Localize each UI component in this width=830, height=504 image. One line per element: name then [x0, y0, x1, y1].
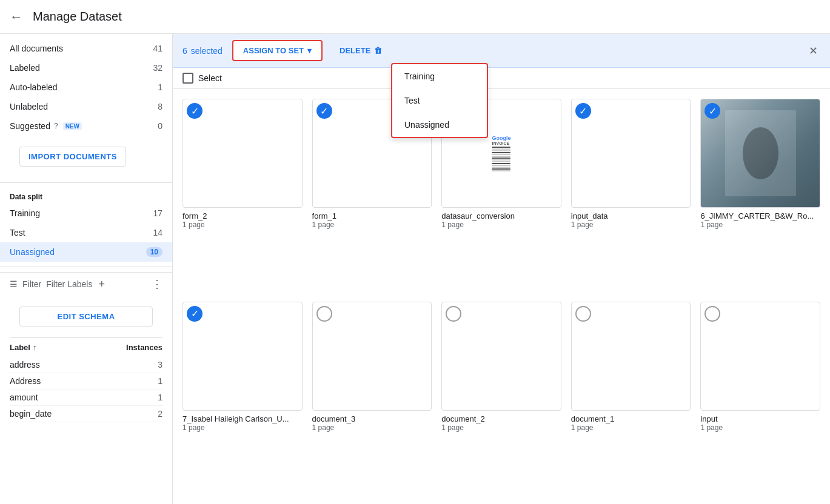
data-split-label: Data split [0, 188, 172, 204]
doc-pages: 1 page [700, 423, 820, 432]
label-column-header: Label ↑ [10, 343, 36, 352]
doc-thumbnail [571, 302, 691, 411]
delete-button[interactable]: DELETE 🗑 [330, 41, 392, 60]
toolbar: 6 selected ASSIGN TO SET ▾ DELETE 🗑 ✕ Tr… [173, 34, 830, 68]
doc-name: form_1 [312, 211, 432, 220]
doc-name: input [700, 414, 820, 423]
doc-pages: 1 page [441, 220, 561, 229]
import-section: IMPORT DOCUMENTS [0, 136, 172, 177]
select-all-row: Select [173, 68, 830, 89]
sidebar-item-all-documents[interactable]: All documents 41 [0, 39, 172, 58]
doc-checked-icon: ✓ [575, 103, 591, 119]
doc-unchecked-icon [575, 306, 591, 322]
assign-to-set-button[interactable]: ASSIGN TO SET ▾ [232, 40, 323, 61]
doc-thumbnail: ✓ [700, 99, 820, 208]
doc-pages: 1 page [571, 423, 691, 432]
doc-pages: 1 page [312, 220, 432, 229]
document-card[interactable]: document_1 1 page [571, 302, 691, 495]
dropdown-item-training[interactable]: Training [392, 64, 487, 88]
filter-add-icon[interactable]: + [98, 278, 105, 291]
doc-thumbnail [700, 302, 820, 411]
document-card[interactable]: input 1 page [700, 302, 820, 495]
doc-checked-icon: ✓ [316, 103, 332, 119]
sidebar-nav-section: All documents 41 Labeled 32 Auto-labeled… [0, 39, 172, 136]
sidebar-item-test[interactable]: Test 14 [0, 223, 172, 242]
doc-checked-icon: ✓ [187, 103, 202, 119]
filter-label: Filter [22, 279, 41, 289]
label-section: Label ↑ Instances address3Address1amount… [0, 337, 172, 499]
doc-checked-icon: ✓ [187, 306, 202, 322]
sidebar-item-suggested[interactable]: Suggested ? NEW 0 [0, 116, 172, 136]
doc-thumbnail [312, 302, 432, 411]
document-card[interactable]: document_3 1 page [312, 302, 432, 495]
filter-icon: ☰ [10, 279, 18, 289]
label-row[interactable]: begin_date2 [10, 406, 162, 422]
doc-name: document_3 [312, 414, 432, 423]
document-grid: ✓ form_2 1 page ✓ form_1 1 page ✓ Google… [173, 89, 830, 504]
doc-thumbnail: ✓ [182, 99, 303, 208]
select-all-label: Select [198, 73, 222, 83]
document-card[interactable]: ✓ 6_JIMMY_CARTER_B&W_Ro... 1 page [700, 99, 820, 292]
label-row[interactable]: Address1 [10, 373, 162, 390]
document-card[interactable]: ✓ form_2 1 page [182, 99, 303, 292]
document-card[interactable]: document_2 1 page [441, 302, 561, 495]
sidebar-item-auto-labeled[interactable]: Auto-labeled 1 [0, 78, 172, 97]
label-list: address3Address1amount1begin_date2 [10, 357, 162, 422]
sidebar-divider-2 [0, 267, 172, 267]
sidebar-item-training[interactable]: Training 17 [0, 204, 172, 223]
select-all-checkbox[interactable] [182, 73, 193, 84]
instances-column-header: Instances [126, 343, 162, 352]
page-title: Manage Dataset [33, 10, 122, 24]
app-header: ← Manage Dataset [0, 0, 830, 34]
doc-unchecked-icon [704, 306, 720, 322]
edit-schema-section: EDIT SCHEMA [0, 296, 172, 337]
sidebar-item-unassigned[interactable]: Unassigned 10 [0, 242, 172, 262]
document-card[interactable]: ✓ input_data 1 page [571, 99, 691, 292]
doc-pages: 1 page [700, 220, 820, 229]
doc-name: 6_JIMMY_CARTER_B&W_Ro... [700, 211, 820, 220]
sidebar: All documents 41 Labeled 32 Auto-labeled… [0, 34, 173, 504]
doc-pages: 1 page [441, 423, 561, 432]
doc-pages: 1 page [182, 423, 303, 432]
label-row[interactable]: amount1 [10, 390, 162, 406]
doc-name: input_data [571, 211, 691, 220]
doc-pages: 1 page [182, 220, 303, 229]
label-row[interactable]: address3 [10, 357, 162, 373]
sidebar-item-labeled[interactable]: Labeled 32 [0, 58, 172, 78]
assign-dropdown-menu: Training Test Unassigned [391, 63, 488, 138]
selected-count: 6 selected [182, 46, 223, 56]
close-button[interactable]: ✕ [806, 42, 820, 60]
dropdown-item-unassigned[interactable]: Unassigned [392, 113, 487, 137]
doc-unchecked-icon [446, 306, 461, 322]
filter-labels-button[interactable]: Filter Labels [46, 279, 92, 289]
doc-pages: 1 page [312, 423, 432, 432]
label-list-header: Label ↑ Instances [10, 337, 162, 357]
filter-more-icon[interactable]: ⋮ [152, 277, 162, 291]
import-documents-button[interactable]: IMPORT DOCUMENTS [19, 147, 126, 167]
doc-name: form_2 [182, 211, 303, 220]
suggested-help-icon[interactable]: ? [54, 122, 58, 130]
doc-unchecked-icon [316, 306, 332, 322]
doc-name: document_1 [571, 414, 691, 423]
sidebar-item-unlabeled[interactable]: Unlabeled 8 [0, 97, 172, 116]
doc-name: datasaur_conversion [441, 211, 561, 220]
sidebar-divider-1 [0, 182, 172, 183]
doc-name: 7_Isabel Haileigh Carlson_U... [182, 414, 303, 423]
doc-pages: 1 page [571, 220, 691, 229]
filter-row: ☰ Filter Filter Labels + ⋮ [0, 272, 172, 296]
back-button[interactable]: ← [10, 9, 23, 25]
dropdown-item-test[interactable]: Test [392, 88, 487, 113]
main-layout: All documents 41 Labeled 32 Auto-labeled… [0, 34, 830, 504]
doc-thumbnail: ✓ [571, 99, 691, 208]
delete-icon: 🗑 [374, 46, 382, 55]
doc-thumbnail [441, 302, 561, 411]
document-card[interactable]: ✓ 7_Isabel Haileigh Carlson_U... 1 page [182, 302, 303, 495]
doc-thumbnail: ✓ [182, 302, 303, 411]
content-area: 6 selected ASSIGN TO SET ▾ DELETE 🗑 ✕ Tr… [173, 34, 830, 504]
edit-schema-button[interactable]: EDIT SCHEMA [19, 307, 153, 327]
suggested-new-badge: NEW [63, 122, 82, 130]
doc-name: document_2 [441, 414, 561, 423]
